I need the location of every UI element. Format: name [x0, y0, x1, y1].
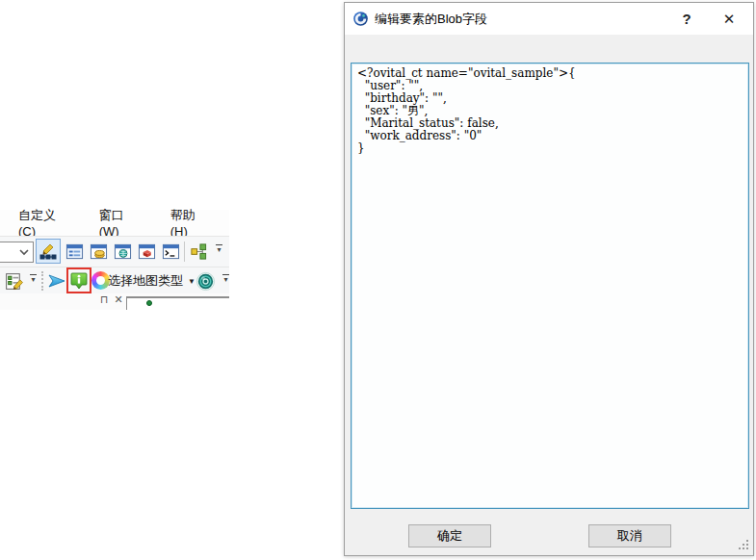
ovital-logo-icon [352, 11, 369, 27]
toolbar2-overflow-button-right[interactable]: ▾ [220, 274, 232, 283]
list-window-icon [65, 242, 84, 261]
blob-field-button[interactable] [69, 271, 89, 291]
blue-arrow-icon [46, 270, 67, 292]
overflow-arrow-icon: ▾ [31, 276, 35, 283]
pin-icon[interactable]: ⊓ [100, 293, 115, 305]
ok-button[interactable]: 确定 [408, 524, 491, 547]
overflow-arrow-icon: ▾ [223, 276, 227, 283]
window-red-box-icon [138, 242, 156, 261]
map-panel-edge [126, 296, 229, 310]
toolbar-row-1: ▾ [0, 236, 229, 267]
green-marker-dot [146, 300, 152, 306]
edit-attributes-button[interactable] [2, 269, 25, 293]
panel-controls: ⊓✕ [100, 293, 129, 306]
dialog-titlebar[interactable]: 编辑要素的Blob字段 ? ✕ [345, 3, 753, 35]
highlight-box [66, 267, 91, 293]
toolbar2-overflow-button[interactable]: ▾ [27, 274, 39, 283]
toolbar-overflow-button[interactable]: ▾ [213, 244, 225, 253]
object-window-button[interactable] [137, 242, 157, 262]
nodes-pencil-icon [39, 242, 58, 261]
chevron-down-icon [16, 244, 32, 260]
data-manager-button[interactable] [89, 242, 109, 262]
window-coins-icon [90, 242, 108, 261]
network-nodes-icon [190, 242, 208, 261]
map-source-button[interactable] [195, 270, 216, 292]
checklist-pencil-icon [4, 271, 24, 292]
dialog-title: 编辑要素的Blob字段 [375, 11, 672, 28]
toolbar-separator [184, 242, 185, 262]
help-button[interactable]: ? [672, 8, 701, 31]
overflow-arrow-icon: ▾ [217, 246, 221, 253]
topology-button[interactable] [189, 242, 209, 262]
command-window-button[interactable] [161, 242, 181, 262]
resize-grip[interactable] [739, 540, 748, 549]
menu-bar: 自定义(C) 窗口(W) 帮助(H) [0, 210, 229, 236]
map-type-dropdown[interactable]: 选择地图类型 ▼ [108, 271, 196, 291]
object-list-button[interactable] [65, 242, 85, 262]
screenshot-canvas: 自定义(C) 窗口(W) 帮助(H) [0, 0, 756, 560]
dock-panel-fragment: ⊓✕ [0, 293, 229, 310]
toolbar-row-2: ▾ [0, 267, 229, 293]
map-window-button[interactable] [113, 242, 133, 262]
map-type-label: 选择地图类型 [108, 272, 183, 290]
blob-field-editor[interactable]: <?ovital_ct name="ovital_sample">{ "user… [351, 63, 749, 509]
target-rings-icon [196, 271, 216, 292]
info-marker-icon [69, 271, 89, 291]
cancel-button[interactable]: 取消 [588, 524, 671, 547]
terminal-window-icon [162, 242, 180, 261]
window-globe-icon [114, 242, 132, 261]
fly-to-button[interactable] [46, 270, 67, 292]
close-button[interactable]: ✕ [715, 8, 743, 31]
main-window-fragment: 自定义(C) 窗口(W) 帮助(H) [0, 210, 229, 310]
blob-edit-dialog: 编辑要素的Blob字段 ? ✕ <?ovital_ct name="ovital… [344, 2, 754, 556]
toolbar-grip[interactable] [41, 271, 45, 291]
edit-track-nodes-button[interactable] [36, 239, 61, 264]
toolbar-combobox[interactable] [0, 242, 34, 263]
